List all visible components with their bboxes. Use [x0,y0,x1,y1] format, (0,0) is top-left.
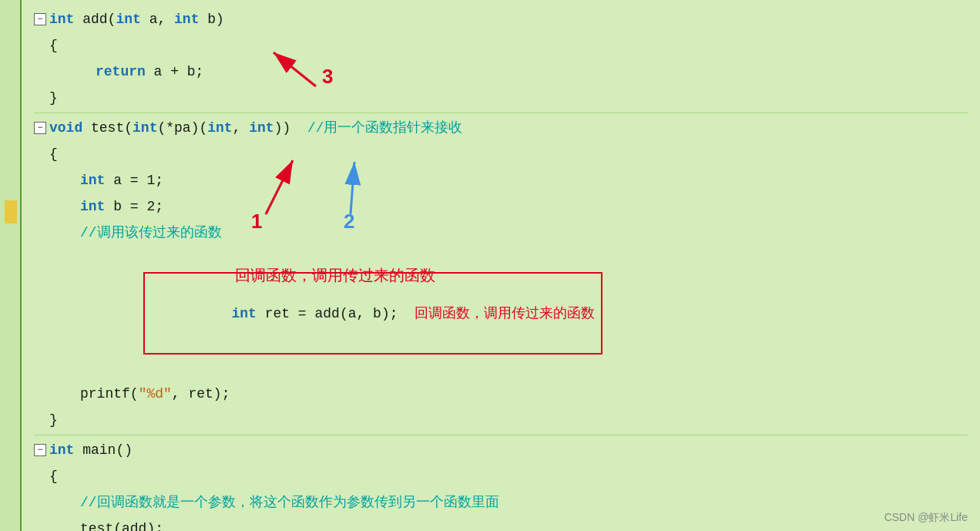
divider-1 [34,113,968,113]
left-sidebar [0,0,22,531]
line-8: int b = 2; [34,193,968,220]
line-10: int ret = add(a, b); 回调函数，调用传过来的函数 [34,246,968,381]
collapse-icon-3[interactable]: − [34,444,46,456]
line-12: } [34,407,968,433]
divider-2 [34,435,968,435]
highlighted-code-box: int ret = add(a, b); 回调函数，调用传过来的函数 [143,272,602,355]
callback-annotation: 回调函数，调用传过来的函数 [414,305,595,321]
line-2: { [34,32,968,59]
line-16: //回调函数就是一个参数，将这个函数作为参数传到另一个函数里面 [34,489,968,516]
line-9: //调用该传过来的函数 [34,220,968,246]
editor-container: −int add(int a, int b) { return a + b; }… [0,0,980,531]
line-6: { [34,141,968,167]
kw-int: int [49,6,74,32]
line-11: printf("%d", ret); [34,381,968,407]
watermark: CSDN @虾米Life [884,511,968,525]
line-3: return a + b; [65,59,968,85]
line-14: −int main() [34,437,968,463]
line-5: −void test(int(*pa)(int, int)) //用一个函数指针… [34,115,968,141]
collapse-icon-1[interactable]: − [34,13,46,25]
yellow-marker [5,200,17,223]
line-1: −int add(int a, int b) [34,6,968,32]
line-4: } [34,85,968,111]
line-7: int a = 1; [34,167,968,193]
line-15: { [34,463,968,489]
code-area: −int add(int a, int b) { return a + b; }… [22,0,980,531]
line-17: test(add); [34,516,968,531]
collapse-icon-2[interactable]: − [34,122,46,134]
